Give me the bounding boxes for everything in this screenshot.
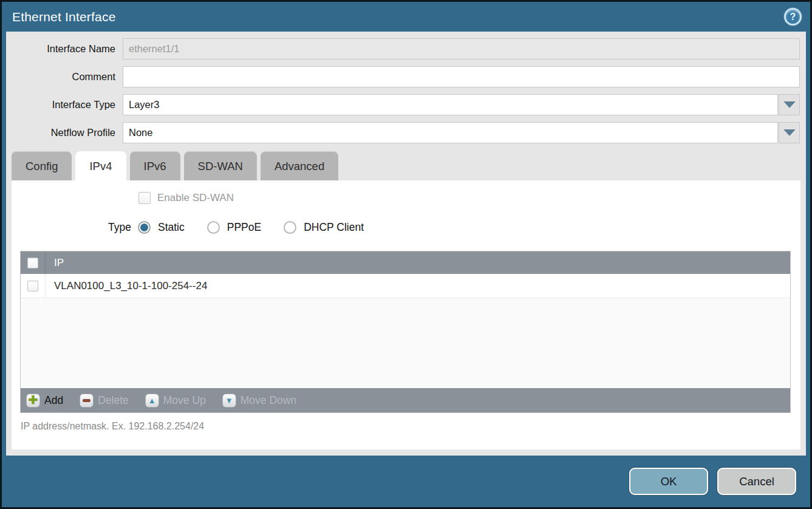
column-header-ip: IP [46,257,64,269]
interface-name-label: Interface Name [6,43,123,55]
dialog-footer: OK Cancel [2,456,810,507]
dialog-titlebar: Ethernet Interface ? [2,2,810,32]
netflow-profile-dropdown[interactable]: None [123,122,778,143]
delete-button-label: Delete [98,394,129,407]
table-toolbar: ✚ Add Delete ▲ Move Up ▼ Move Down [21,388,790,412]
form-row-netflow-profile: Netflow Profile None [6,122,800,143]
type-label: Type [108,221,131,234]
table-header-row: IP [21,251,790,274]
tab-sdwan[interactable]: SD-WAN [184,151,257,180]
tab-config[interactable]: Config [12,151,72,180]
move-up-button-label: Move Up [163,394,206,407]
interface-type-dropdown-button[interactable] [779,94,800,115]
ipv4-tab-panel: Enable SD-WAN Type Static PPPoE DHCP Cli… [12,180,800,449]
interface-type-dropdown[interactable]: Layer3 [123,94,778,115]
radio-option-dhcp-client[interactable]: DHCP Client [284,221,364,234]
tab-advanced[interactable]: Advanced [261,151,338,180]
table-row[interactable]: VLAN0100_L3_10-1-100-254--24 [21,274,790,298]
help-icon[interactable]: ? [784,8,802,26]
comment-label: Comment [6,71,123,83]
form-row-comment: Comment [6,66,800,87]
radio-icon [207,221,220,234]
interface-type-label: Interface Type [6,99,123,111]
radio-icon [138,221,151,234]
tab-ipv6[interactable]: IPv6 [130,151,180,180]
move-down-button-label: Move Down [241,394,296,407]
add-button[interactable]: ✚ Add [26,394,63,408]
form-row-interface-name: Interface Name [6,38,800,60]
delete-button: Delete [80,394,129,408]
radio-label-static: Static [158,221,185,234]
dialog-content: Interface Name Comment Interface Type La… [6,32,806,456]
ethernet-interface-dialog: Ethernet Interface ? Interface Name Comm… [0,0,812,509]
enable-sdwan-checkbox [138,192,151,204]
enable-sdwan-label: Enable SD-WAN [157,192,234,204]
form-area: Interface Name Comment Interface Type La… [6,32,806,150]
move-down-button: ▼ Move Down [222,394,296,408]
chevron-down-icon [783,101,796,108]
tab-ipv4[interactable]: IPv4 [75,151,126,180]
netflow-profile-label: Netflow Profile [6,127,123,138]
arrow-down-icon: ▼ [222,394,236,408]
radio-option-pppoe[interactable]: PPPoE [207,221,261,234]
chevron-down-icon [783,129,796,136]
radio-label-pppoe: PPPoE [227,221,261,234]
interface-name-field [123,38,800,60]
radio-label-dhcp-client: DHCP Client [304,221,364,234]
ip-format-hint: IP address/netmask. Ex. 192.168.2.254/24 [21,421,800,432]
tab-bar: Config IPv4 IPv6 SD-WAN Advanced [6,151,806,180]
ip-address-value: VLAN0100_L3_10-1-100-254--24 [46,280,207,292]
add-button-label: Add [44,394,63,407]
dialog-title: Ethernet Interface [12,10,116,24]
ip-address-table: IP VLAN0100_L3_10-1-100-254--24 ✚ Add [20,251,791,413]
move-up-button: ▲ Move Up [145,394,206,408]
type-row: Type Static PPPoE DHCP Client [108,219,800,235]
ok-button[interactable]: OK [629,468,708,495]
table-body: VLAN0100_L3_10-1-100-254--24 [21,274,790,388]
minus-icon [80,394,94,408]
row-checkbox[interactable] [27,281,38,292]
arrow-up-icon: ▲ [145,394,159,408]
radio-icon [284,221,296,234]
radio-option-static[interactable]: Static [138,221,185,234]
plus-icon: ✚ [26,394,40,408]
comment-field[interactable] [123,66,800,87]
netflow-profile-dropdown-button[interactable] [779,122,800,143]
form-row-interface-type: Interface Type Layer3 [6,94,800,115]
select-all-checkbox[interactable] [27,258,38,268]
cancel-button[interactable]: Cancel [717,468,796,495]
enable-sdwan-row: Enable SD-WAN [138,191,800,205]
